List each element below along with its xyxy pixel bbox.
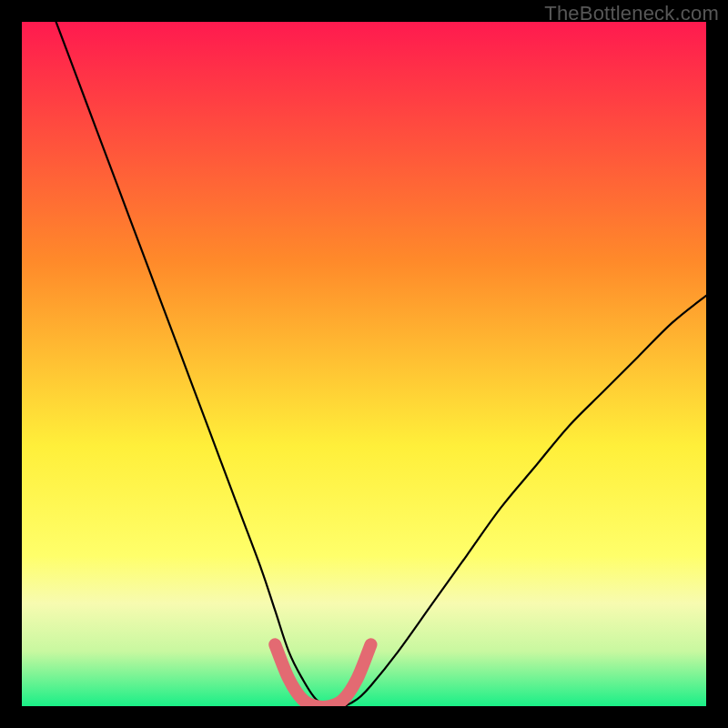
- outer-frame: TheBottleneck.com: [0, 0, 728, 728]
- chart-background-gradient: [22, 22, 706, 706]
- bottleneck-chart: [22, 22, 706, 706]
